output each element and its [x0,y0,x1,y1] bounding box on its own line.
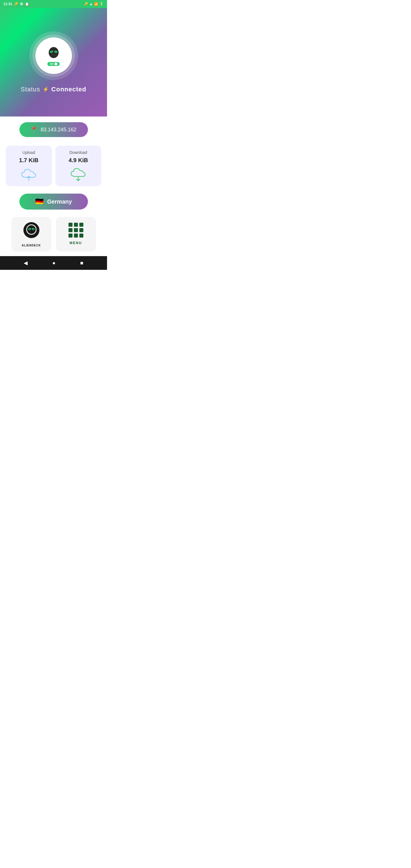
bottom-buttons: ALIENDECK MENU [0,212,107,256]
location-pin-icon: 📍 [31,126,38,133]
sim-icon: 📋 [25,2,29,6]
download-value: 4.9 KiB [68,157,88,164]
menu-dot-3 [80,223,83,227]
power-button-container[interactable]: ON [29,31,78,80]
navigation-bar: ◀ ● ■ [0,256,107,270]
download-icon [70,166,87,182]
status-label: Status [21,86,40,93]
key-icon-right: 🔑 [84,2,88,6]
download-card: Download 4.9 KiB [55,146,102,186]
status-bar-right: 🔑 ▲ 📶 🔋 [84,2,104,6]
middle-ring: ON [33,35,75,77]
battery-icon: 🔋 [99,2,104,6]
menu-dot-9 [80,234,83,238]
menu-dot-6 [80,228,83,232]
menu-dot-2 [74,223,78,227]
back-button[interactable]: ◀ [24,260,28,266]
inner-circle: ON [35,37,72,74]
home-button[interactable]: ● [53,260,56,266]
ip-container: 📍 83.143.245.162 [0,117,107,140]
download-label: Download [69,150,87,155]
signal-icon: 📶 [94,2,98,6]
recent-apps-button[interactable]: ■ [80,260,83,266]
ip-address-value: 83.143.245.162 [40,127,76,133]
toggle-label: ON [50,63,54,65]
country-flag-icon: 🇩🇪 [35,197,44,206]
alien-face-icon [45,45,62,62]
connected-label: Connected [51,86,87,93]
menu-dot-7 [68,234,72,238]
outer-ring: ON [29,31,78,80]
svg-point-5 [51,55,56,58]
on-toggle[interactable]: ON [48,62,60,66]
menu-button[interactable]: MENU [56,217,96,252]
settings-icon: ⚙ [20,2,23,6]
menu-grid-icon [67,222,85,239]
aliendeck-label: ALIENDECK [22,244,41,247]
upload-icon [20,166,37,182]
stats-container: Upload 1.7 KiB Download 4.9 KiB [0,140,107,189]
key-icon: 🔑 [14,2,18,6]
menu-dot-8 [74,234,78,238]
menu-label: MENU [70,241,82,245]
status-bar-left: 11:31 🔑 ⚙ 📋 [3,2,29,6]
upload-label: Upload [23,150,35,155]
aliendeck-logo-icon [22,222,41,242]
connection-status: Status ⚡ Connected [21,86,86,93]
country-selector-button[interactable]: 🇩🇪 Germany [20,194,88,210]
menu-dot-1 [68,223,72,227]
ip-pill[interactable]: 📍 83.143.245.162 [20,122,88,137]
country-container: 🇩🇪 Germany [0,189,107,212]
hero-section: ON Status ⚡ Connected [0,8,107,117]
upload-card: Upload 1.7 KiB [6,146,52,186]
upload-value: 1.7 KiB [19,157,38,164]
country-name: Germany [47,198,72,205]
aliendeck-button[interactable]: ALIENDECK [11,217,51,252]
menu-dot-4 [68,228,72,232]
lightning-icon: ⚡ [42,86,49,93]
menu-dot-5 [74,228,78,232]
status-time: 11:31 [3,2,12,6]
wifi-icon: ▲ [89,2,93,6]
status-bar: 11:31 🔑 ⚙ 📋 🔑 ▲ 📶 🔋 [0,0,107,8]
